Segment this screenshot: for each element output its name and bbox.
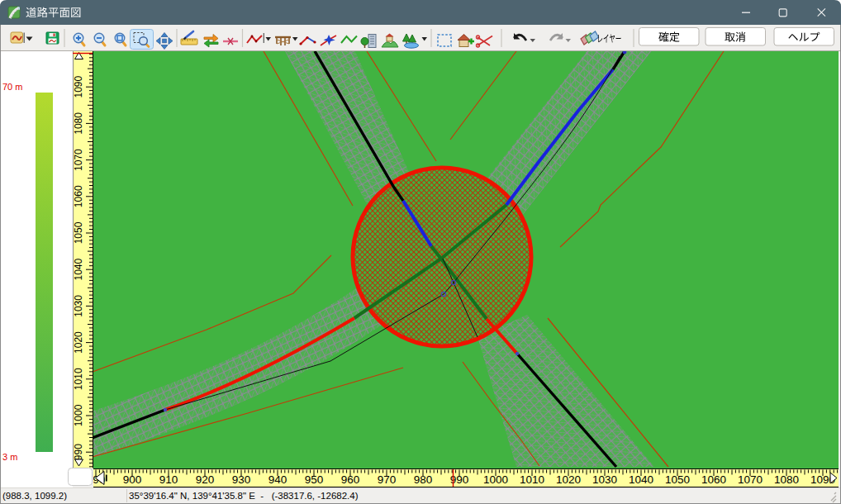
- svg-text:1050: 1050: [665, 473, 690, 486]
- svg-text:3 m: 3 m: [2, 452, 17, 462]
- svg-text:1070: 1070: [738, 473, 763, 486]
- svg-text:1010: 1010: [520, 473, 544, 486]
- svg-text:1090: 1090: [73, 76, 84, 98]
- svg-text:940: 940: [268, 473, 287, 486]
- svg-text:920: 920: [196, 473, 215, 486]
- svg-text:950: 950: [305, 473, 324, 486]
- svg-text:1000: 1000: [73, 404, 84, 426]
- svg-text:900: 900: [123, 473, 142, 486]
- svg-text:(988.3, 1099.2): (988.3, 1099.2): [2, 491, 67, 501]
- svg-text:1080: 1080: [774, 473, 799, 486]
- svg-text:970: 970: [378, 473, 397, 486]
- svg-text:1010: 1010: [73, 368, 84, 390]
- svg-text:1020: 1020: [73, 331, 84, 354]
- svg-text:1040: 1040: [629, 473, 653, 486]
- svg-text:35°39'16.4" N, 139°41'35.8" E: 35°39'16.4" N, 139°41'35.8" E - (-38317.…: [129, 491, 359, 501]
- svg-text:990: 990: [73, 444, 84, 460]
- svg-text:1060: 1060: [73, 185, 84, 207]
- svg-text:1080: 1080: [73, 112, 84, 135]
- svg-text:1020: 1020: [556, 473, 581, 486]
- svg-text:1060: 1060: [701, 473, 726, 486]
- svg-text:1030: 1030: [592, 473, 617, 486]
- svg-text:70 m: 70 m: [2, 82, 22, 92]
- svg-text:1000: 1000: [483, 473, 508, 486]
- svg-text:980: 980: [414, 473, 433, 486]
- svg-text:960: 960: [341, 473, 360, 486]
- svg-text:930: 930: [232, 473, 251, 486]
- svg-text:1040: 1040: [73, 259, 84, 281]
- svg-text:1030: 1030: [73, 295, 84, 317]
- svg-text:1070: 1070: [73, 149, 84, 171]
- svg-text:1050: 1050: [73, 221, 84, 244]
- svg-text:910: 910: [159, 473, 178, 486]
